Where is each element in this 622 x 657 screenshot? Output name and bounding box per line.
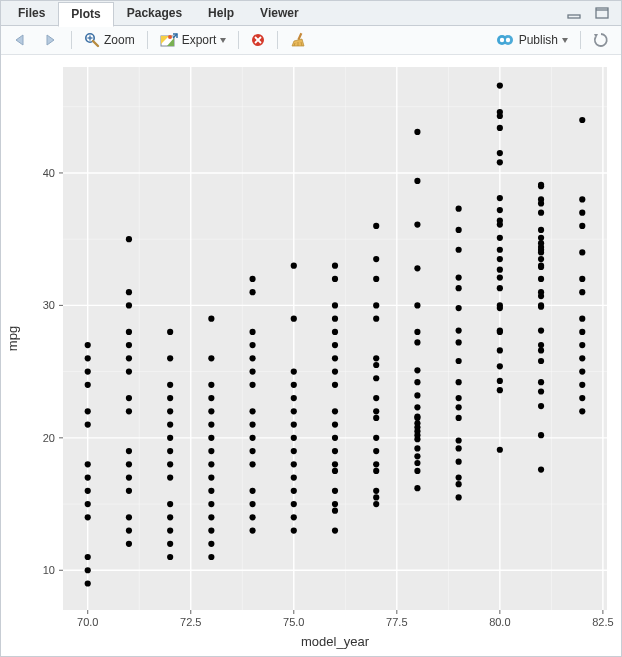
- dropdown-arrow-icon: [562, 38, 568, 43]
- next-plot-button[interactable]: [37, 31, 65, 49]
- svg-point-214: [497, 447, 503, 453]
- export-dropdown[interactable]: Export: [154, 31, 233, 49]
- publish-label: Publish: [519, 33, 558, 47]
- svg-point-252: [538, 276, 544, 282]
- svg-point-56: [85, 580, 91, 586]
- svg-text:model_year: model_year: [301, 634, 370, 649]
- svg-point-83: [167, 408, 173, 414]
- tab-plots[interactable]: Plots: [58, 2, 113, 27]
- svg-text:mpg: mpg: [5, 326, 20, 351]
- publish-dropdown[interactable]: Publish: [491, 31, 574, 49]
- separator: [238, 31, 239, 49]
- arrow-right-icon: [43, 33, 59, 47]
- svg-point-123: [291, 488, 297, 494]
- svg-point-193: [414, 178, 420, 184]
- svg-point-268: [579, 395, 585, 401]
- svg-point-71: [126, 289, 132, 295]
- separator: [147, 31, 148, 49]
- svg-point-278: [579, 223, 585, 229]
- previous-plot-button[interactable]: [7, 31, 35, 49]
- svg-point-133: [291, 316, 297, 322]
- svg-point-120: [291, 527, 297, 533]
- svg-point-102: [208, 355, 214, 361]
- svg-point-108: [249, 461, 255, 467]
- svg-point-243: [538, 379, 544, 385]
- svg-point-116: [249, 342, 255, 348]
- svg-text:72.5: 72.5: [180, 616, 201, 628]
- svg-point-103: [208, 316, 214, 322]
- rstudio-plots-pane: Files Plots Packages Help Viewer Zoom: [0, 0, 622, 657]
- zoom-button[interactable]: Zoom: [78, 30, 141, 50]
- clear-all-button[interactable]: [284, 30, 312, 50]
- svg-point-67: [126, 355, 132, 361]
- svg-text:82.5: 82.5: [592, 616, 613, 628]
- svg-point-245: [538, 347, 544, 353]
- svg-point-271: [579, 355, 585, 361]
- svg-point-165: [373, 362, 379, 368]
- svg-point-59: [126, 514, 132, 520]
- svg-point-188: [414, 339, 420, 345]
- svg-point-183: [414, 414, 420, 420]
- svg-point-43: [85, 461, 91, 467]
- svg-point-58: [126, 527, 132, 533]
- tab-strip: Files Plots Packages Help Viewer: [1, 1, 621, 26]
- svg-point-129: [291, 408, 297, 414]
- svg-point-105: [249, 514, 255, 520]
- remove-icon: [251, 33, 265, 47]
- svg-point-220: [497, 327, 503, 333]
- svg-point-155: [373, 494, 379, 500]
- svg-point-238: [497, 82, 503, 88]
- svg-point-195: [456, 494, 462, 500]
- svg-point-189: [414, 329, 420, 335]
- svg-point-128: [291, 421, 297, 427]
- svg-point-162: [373, 408, 379, 414]
- svg-point-75: [167, 527, 173, 533]
- svg-point-207: [456, 327, 462, 333]
- svg-point-121: [291, 514, 297, 520]
- svg-point-98: [208, 421, 214, 427]
- svg-point-145: [332, 382, 338, 388]
- svg-point-228: [497, 235, 503, 241]
- svg-point-92: [208, 501, 214, 507]
- svg-point-20: [499, 38, 503, 42]
- minimize-pane-button[interactable]: [561, 5, 587, 21]
- svg-point-127: [291, 435, 297, 441]
- svg-point-170: [373, 256, 379, 262]
- svg-text:75.0: 75.0: [283, 616, 304, 628]
- svg-point-91: [208, 514, 214, 520]
- svg-point-159: [373, 448, 379, 454]
- svg-point-211: [456, 247, 462, 253]
- svg-point-130: [291, 395, 297, 401]
- refresh-plot-button[interactable]: [587, 30, 615, 50]
- tab-files[interactable]: Files: [5, 1, 58, 25]
- svg-point-118: [249, 289, 255, 295]
- svg-point-206: [456, 339, 462, 345]
- svg-point-203: [456, 395, 462, 401]
- svg-text:77.5: 77.5: [386, 616, 407, 628]
- tab-packages[interactable]: Packages: [114, 1, 195, 25]
- svg-point-100: [208, 395, 214, 401]
- svg-point-168: [373, 302, 379, 308]
- svg-point-181: [414, 420, 420, 426]
- svg-point-280: [579, 196, 585, 202]
- svg-point-230: [497, 218, 503, 224]
- plot-area: 70.072.575.077.580.082.510203040model_ye…: [1, 55, 621, 656]
- svg-point-86: [167, 355, 173, 361]
- svg-point-175: [414, 453, 420, 459]
- svg-point-61: [126, 474, 132, 480]
- tab-help[interactable]: Help: [195, 1, 247, 25]
- svg-point-223: [497, 285, 503, 291]
- tab-viewer[interactable]: Viewer: [247, 1, 311, 25]
- svg-point-153: [332, 263, 338, 269]
- svg-point-47: [85, 514, 91, 520]
- svg-point-209: [456, 285, 462, 291]
- svg-point-187: [414, 367, 420, 373]
- svg-point-266: [538, 182, 544, 188]
- svg-point-49: [85, 408, 91, 414]
- maximize-pane-button[interactable]: [589, 5, 615, 21]
- svg-point-276: [579, 276, 585, 282]
- svg-text:30: 30: [43, 299, 55, 311]
- svg-point-210: [456, 274, 462, 280]
- remove-plot-button[interactable]: [245, 31, 271, 49]
- svg-point-97: [208, 435, 214, 441]
